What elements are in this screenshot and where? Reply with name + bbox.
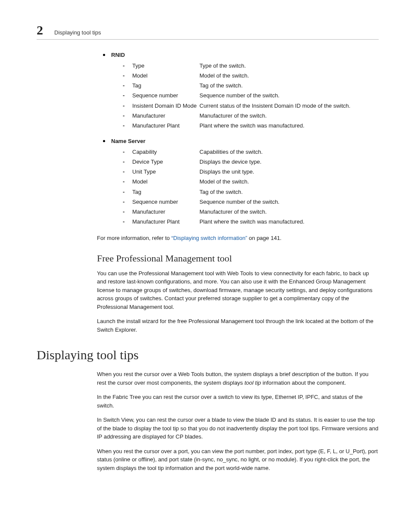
dash-icon: - — [123, 121, 125, 130]
bullet-header: RNID — [103, 52, 379, 58]
paragraph: When you rest the cursor over a port, yo… — [97, 447, 379, 473]
dash-icon: - — [123, 112, 125, 120]
heading-displaying-tool-tips: Displaying tool tips — [37, 348, 379, 362]
main-content: RNID -TypeType of the switch.-ModelModel… — [97, 52, 379, 334]
page: 2 Displaying tool tips RNID -TypeType of… — [0, 0, 411, 532]
emphasis: tool tip — [244, 380, 261, 386]
definition-description: Capabilities of the switch. — [199, 148, 379, 156]
definition-row: -TagTag of the switch. — [123, 81, 379, 90]
dash-icon: - — [123, 91, 125, 100]
text: on page 141. — [247, 235, 282, 241]
definition-row: -CapabilityCapabilities of the switch. — [123, 148, 379, 156]
definition-row: -ModelModel of the switch. — [123, 72, 379, 80]
definition-term: Tag — [132, 81, 199, 90]
definition-description: Manufacturer of the switch. — [199, 112, 379, 120]
dash-icon: - — [123, 168, 125, 176]
definition-description: Tag of the switch. — [199, 81, 379, 90]
dash-icon: - — [123, 72, 125, 80]
chapter-number: 2 — [37, 24, 43, 37]
definition-term: Capability — [132, 148, 199, 156]
dash-icon: - — [123, 198, 125, 206]
definition-row: -Manufacturer PlantPlant where the switc… — [123, 218, 379, 226]
text: For more information, refer to — [97, 235, 171, 241]
section-title: RNID — [111, 52, 125, 58]
heading-free-pm-tool: Free Professional Management tool — [97, 253, 379, 264]
section-displaying-tool-tips: Displaying tool tips — [37, 348, 379, 362]
definition-description: Displays the device type. — [199, 158, 379, 166]
bullet-header: Name Server — [103, 138, 379, 144]
dash-icon: - — [123, 177, 125, 186]
definition-term: Model — [132, 72, 199, 80]
definition-description: Type of the switch. — [199, 62, 379, 70]
text: information about the component. — [261, 380, 346, 386]
dash-icon: - — [123, 208, 125, 216]
definition-row: -Manufacturer PlantPlant where the switc… — [123, 121, 379, 130]
definition-term: Insistent Domain ID Mode — [132, 102, 199, 110]
definition-term: Type — [132, 62, 199, 70]
main-content: When you rest the cursor over a Web Tool… — [97, 370, 379, 472]
definition-row: -TagTag of the switch. — [123, 188, 379, 196]
section-rnid: RNID -TypeType of the switch.-ModelModel… — [97, 52, 379, 130]
dash-icon: - — [123, 148, 125, 156]
dash-icon: - — [123, 188, 125, 196]
paragraph: In Switch View, you can rest the cursor … — [97, 416, 379, 441]
definition-list: -TypeType of the switch.-ModelModel of t… — [123, 62, 379, 130]
definition-term: Model — [132, 177, 199, 186]
definition-term: Tag — [132, 188, 199, 196]
definition-description: Plant where the switch was manufactured. — [199, 218, 379, 226]
definition-description: Sequence number of the switch. — [199, 198, 379, 206]
paragraph: When you rest the cursor over a Web Tool… — [97, 370, 379, 387]
definition-row: -Unit TypeDisplays the unit type. — [123, 168, 379, 176]
definition-term: Manufacturer — [132, 112, 199, 120]
definition-description: Current status of the Insistent Domain I… — [199, 102, 379, 110]
definition-term: Device Type — [132, 158, 199, 166]
definition-description: Sequence number of the switch. — [199, 91, 379, 100]
definition-description: Model of the switch. — [199, 177, 379, 186]
section-title: Name Server — [111, 138, 146, 144]
definition-row: -ManufacturerManufacturer of the switch. — [123, 208, 379, 216]
paragraph: You can use the Professional Management … — [97, 269, 379, 311]
dash-icon: - — [123, 62, 125, 70]
more-info-paragraph: For more information, refer to “Displayi… — [97, 234, 379, 243]
definition-term: Manufacturer — [132, 208, 199, 216]
definition-term: Manufacturer Plant — [132, 218, 199, 226]
definition-term: Sequence number — [132, 198, 199, 206]
dash-icon: - — [123, 102, 125, 110]
running-title: Displaying tool tips — [54, 29, 101, 36]
dash-icon: - — [123, 218, 125, 226]
definition-row: -Insistent Domain ID ModeCurrent status … — [123, 102, 379, 110]
definition-row: -Sequence numberSequence number of the s… — [123, 91, 379, 100]
definition-row: -Sequence numberSequence number of the s… — [123, 198, 379, 206]
definition-row: -Device TypeDisplays the device type. — [123, 158, 379, 166]
definition-row: -ManufacturerManufacturer of the switch. — [123, 112, 379, 120]
definition-description: Plant where the switch was manufactured. — [199, 121, 379, 130]
dash-icon: - — [123, 81, 125, 90]
definition-description: Model of the switch. — [199, 72, 379, 80]
dash-icon: - — [123, 158, 125, 166]
definition-description: Manufacturer of the switch. — [199, 208, 379, 216]
definition-term: Unit Type — [132, 168, 199, 176]
definition-description: Displays the unit type. — [199, 168, 379, 176]
bullet-icon — [103, 140, 105, 142]
definition-term: Sequence number — [132, 91, 199, 100]
paragraph: In the Fabric Tree you can rest the curs… — [97, 393, 379, 410]
definition-row: -TypeType of the switch. — [123, 62, 379, 70]
cross-ref-link[interactable]: “Displaying switch information” — [171, 235, 247, 241]
bullet-icon — [103, 54, 105, 56]
definition-row: -ModelModel of the switch. — [123, 177, 379, 186]
section-name-server: Name Server -CapabilityCapabilities of t… — [97, 138, 379, 226]
definition-description: Tag of the switch. — [199, 188, 379, 196]
page-header: 2 Displaying tool tips — [37, 24, 379, 40]
definition-list: -CapabilityCapabilities of the switch.-D… — [123, 148, 379, 226]
paragraph: Launch the install wizard for the free P… — [97, 317, 379, 334]
definition-term: Manufacturer Plant — [132, 121, 199, 130]
